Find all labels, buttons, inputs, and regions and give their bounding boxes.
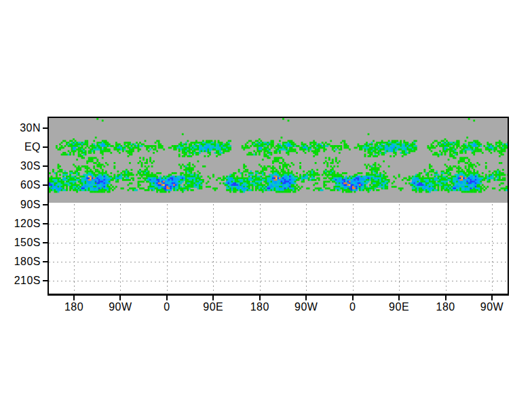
y-axis-tick [43, 165, 48, 167]
x-axis-tick [305, 296, 307, 300]
x-axis-tick-label: 90E [376, 302, 422, 313]
x-axis-tick [352, 296, 354, 300]
y-axis-tick-label: 60S [0, 179, 41, 191]
x-axis-tick [259, 296, 261, 300]
x-axis-tick-label: 90W [469, 302, 515, 313]
y-axis-tick [43, 261, 48, 262]
y-axis-tick [43, 184, 48, 186]
x-axis-tick [166, 296, 168, 300]
x-axis-tick-label: 90E [190, 302, 236, 313]
x-axis-tick [445, 296, 446, 300]
y-axis-tick-label: 120S [0, 218, 41, 230]
x-axis-tick-label: 90W [97, 302, 143, 313]
horizontal-gridline [49, 262, 508, 262]
x-axis-tick [73, 296, 75, 300]
y-axis-tick-label: 150S [0, 237, 41, 249]
x-axis-tick [212, 296, 214, 300]
y-axis-tick-label: 180S [0, 256, 41, 268]
horizontal-gridline [49, 224, 508, 224]
x-axis-tick-label: 180 [423, 302, 469, 313]
y-axis-tick [43, 242, 48, 243]
horizontal-gridline [49, 243, 508, 243]
y-axis-tick-label: EQ [0, 141, 41, 153]
y-axis-tick-label: 30S [0, 160, 41, 172]
x-axis-tick [398, 296, 400, 300]
x-axis-tick [119, 296, 121, 300]
x-axis-tick-label: 0 [144, 302, 190, 313]
y-axis-tick-label: 30N [0, 122, 41, 134]
x-axis-tick-label: 90W [283, 302, 329, 313]
x-axis-tick-label: 180 [237, 302, 283, 313]
horizontal-gridline [49, 281, 508, 281]
y-axis-tick [43, 204, 48, 205]
x-axis-tick-label: 0 [330, 302, 376, 313]
y-axis-tick [43, 127, 48, 129]
y-axis-tick [43, 146, 48, 148]
figure: 18090W090E18090W090E18090W30NEQ30S60S90S… [0, 0, 532, 415]
y-axis-tick [43, 223, 48, 224]
y-axis-tick [43, 280, 48, 281]
x-axis-tick [491, 296, 493, 300]
y-axis-tick-label: 90S [0, 199, 41, 211]
x-axis-tick-label: 180 [51, 302, 97, 313]
shaded-field-canvas [49, 118, 508, 203]
y-axis-tick-label: 210S [0, 275, 41, 287]
